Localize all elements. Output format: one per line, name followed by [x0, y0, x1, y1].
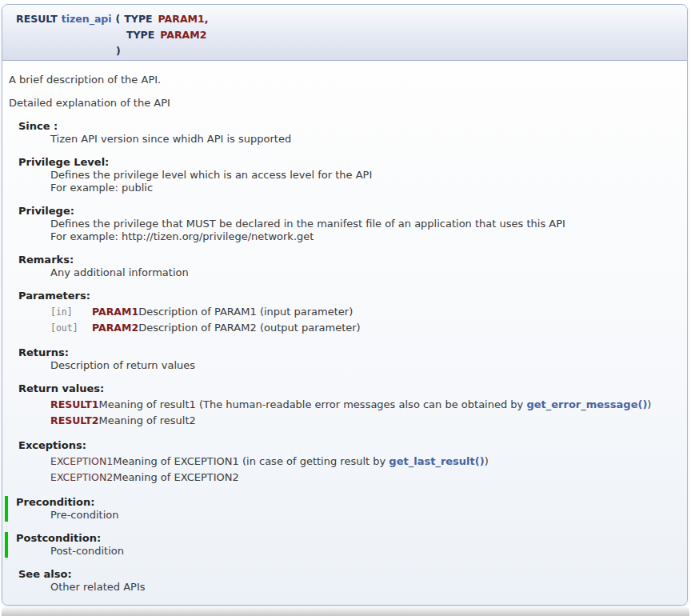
- signature-line-1: RESULTtizen_api(TYPEPARAM1,: [16, 11, 687, 27]
- section-remarks: Remarks: Any additional information: [18, 254, 681, 279]
- exception-row: EXCEPTION2 Meaning of EXCEPTION2: [50, 470, 489, 486]
- param-description: Description of PARAM2 (output parameter): [138, 320, 361, 336]
- since-text: Tizen API version since whidh API is sup…: [50, 133, 681, 146]
- param-row: [out] PARAM2 Description of PARAM2 (outp…: [50, 320, 361, 336]
- footer-gradient-bar: [2, 606, 689, 616]
- function-signature: RESULTtizen_api(TYPEPARAM1, TYPEPARAM2 ): [2, 5, 687, 61]
- param-name: PARAM2: [92, 320, 138, 336]
- exception-row: EXCEPTION1 Meaning of EXCEPTION1 (in cas…: [50, 454, 489, 470]
- retval-name: RESULT1: [50, 397, 98, 413]
- param-description: Description of PARAM1 (input parameter): [138, 304, 361, 320]
- see-also-text: Other related APIs: [50, 581, 681, 594]
- close-paren: ): [116, 45, 121, 57]
- return-values-title: Return values:: [18, 382, 681, 395]
- section-parameters: Parameters: [in] PARAM1 Description of P…: [18, 290, 681, 336]
- privilege-level-line1: Defines the privilege level which is an …: [50, 169, 681, 182]
- retval-description: Meaning of result2: [98, 413, 651, 429]
- param2-name: PARAM2: [160, 29, 206, 41]
- exception-desc-text: Meaning of EXCEPTION1 (in case of gettin…: [113, 455, 389, 467]
- param1-name: PARAM1,: [158, 13, 209, 25]
- precondition-title: Precondition:: [16, 496, 681, 509]
- parameters-table: [in] PARAM1 Description of PARAM1 (input…: [50, 304, 361, 336]
- function-name-link[interactable]: tizen_api: [62, 13, 112, 25]
- remarks-title: Remarks:: [18, 254, 681, 266]
- section-privilege-level: Privilege Level: Defines the privilege l…: [18, 156, 681, 194]
- retval-name: RESULT2: [50, 413, 98, 429]
- parameters-title: Parameters:: [18, 290, 681, 302]
- detailed-description: Detailed explanation of the API: [9, 97, 681, 110]
- param-name: PARAM1: [92, 304, 138, 320]
- get-error-message-link[interactable]: get_error_message(): [526, 398, 647, 410]
- return-values-table: RESULT1 Meaning of result1 (The human-re…: [50, 397, 651, 429]
- returns-title: Returns:: [18, 346, 681, 359]
- signature-line-3: ): [116, 43, 687, 59]
- section-exceptions: Exceptions: EXCEPTION1 Meaning of EXCEPT…: [18, 439, 681, 486]
- postcondition-text: Post-condition: [50, 545, 681, 558]
- privilege-level-title: Privilege Level:: [18, 156, 681, 169]
- get-last-result-link[interactable]: get_last_result(): [389, 455, 484, 467]
- privilege-line1: Defines the privilege that MUST be decla…: [50, 218, 681, 230]
- function-documentation: A brief description of the API. Detailed…: [2, 61, 687, 606]
- param-direction: [out]: [50, 320, 92, 336]
- section-privilege: Privilege: Defines the privilege that MU…: [18, 205, 681, 243]
- retval-row: RESULT1 Meaning of result1 (The human-re…: [50, 397, 651, 413]
- section-return-values: Return values: RESULT1 Meaning of result…: [18, 382, 681, 429]
- privilege-line2: For example: http://tizen.org/privilege/…: [50, 230, 681, 243]
- retval-description: Meaning of result1 (The human-readable e…: [98, 397, 651, 413]
- param-row: [in] PARAM1 Description of PARAM1 (input…: [50, 304, 361, 320]
- retval-desc-tail: ): [647, 398, 651, 410]
- section-see-also: See also: Other related APIs: [18, 568, 681, 594]
- retval-row: RESULT2 Meaning of result2: [50, 413, 651, 429]
- return-type: RESULT: [16, 13, 58, 25]
- exception-name: EXCEPTION1: [50, 454, 113, 470]
- exceptions-title: Exceptions:: [18, 439, 681, 452]
- retval-desc-text: Meaning of result1 (The human-readable e…: [98, 398, 526, 410]
- postcondition-title: Postcondition:: [16, 532, 681, 545]
- precondition-text: Pre-condition: [50, 509, 681, 522]
- since-title: Since :: [18, 120, 681, 133]
- exception-name: EXCEPTION2: [50, 470, 113, 486]
- exceptions-table: EXCEPTION1 Meaning of EXCEPTION1 (in cas…: [50, 454, 489, 486]
- section-returns: Returns: Description of return values: [18, 346, 681, 372]
- privilege-level-line2: For example: public: [50, 182, 681, 194]
- section-since: Since : Tizen API version since whidh AP…: [18, 120, 681, 146]
- param1-type: TYPE: [124, 13, 152, 25]
- open-paren: (: [116, 13, 121, 25]
- exception-description: Meaning of EXCEPTION2: [113, 470, 489, 486]
- section-postcondition: Postcondition: Post-condition: [5, 532, 681, 558]
- param-direction: [in]: [50, 304, 92, 320]
- signature-line-2: TYPEPARAM2: [126, 27, 687, 43]
- param2-type: TYPE: [126, 29, 154, 41]
- privilege-title: Privilege:: [18, 205, 681, 218]
- section-precondition: Precondition: Pre-condition: [5, 496, 681, 522]
- see-also-title: See also:: [18, 568, 681, 581]
- exception-description: Meaning of EXCEPTION1 (in case of gettin…: [113, 454, 489, 470]
- remarks-text: Any additional information: [50, 266, 681, 279]
- brief-description: A brief description of the API.: [9, 74, 681, 86]
- returns-text: Description of return values: [50, 359, 681, 372]
- exception-desc-tail: ): [485, 455, 489, 467]
- api-function-block: RESULTtizen_api(TYPEPARAM1, TYPEPARAM2 )…: [2, 4, 688, 606]
